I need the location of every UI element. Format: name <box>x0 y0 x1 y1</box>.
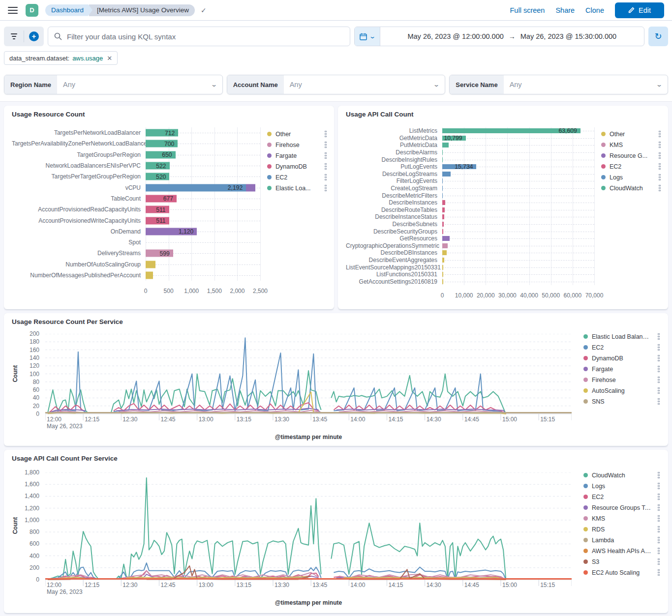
legend-actions-icon[interactable] <box>324 163 327 170</box>
legend-actions-icon[interactable] <box>657 344 660 351</box>
legend-item[interactable]: Firehose <box>583 376 660 383</box>
legend-item[interactable]: AutoScaling <box>583 387 660 394</box>
legend-actions-icon[interactable] <box>657 515 660 522</box>
legend-actions-icon[interactable] <box>657 493 660 500</box>
date-quick-select-button[interactable]: ⌄ <box>355 27 380 46</box>
legend-actions-icon[interactable] <box>658 174 661 181</box>
legend-item[interactable]: AWS Health APIs An... <box>583 547 660 555</box>
legend-actions-icon[interactable] <box>657 526 660 533</box>
legend-actions-icon[interactable] <box>324 152 327 159</box>
row-guide-line <box>442 253 594 253</box>
axis-tick-label: 180 <box>18 338 39 345</box>
legend-item[interactable]: DynamoDB <box>267 163 327 170</box>
legend-item[interactable]: EC2 Auto Scaling <box>583 569 660 576</box>
legend-actions-icon[interactable] <box>657 504 660 511</box>
legend-item[interactable]: RDS <box>583 526 660 533</box>
legend-item[interactable]: Logs <box>583 482 660 490</box>
legend-actions-icon[interactable] <box>658 184 661 192</box>
bar: 677 <box>146 195 177 202</box>
legend-actions-icon[interactable] <box>657 547 660 555</box>
filter-pill[interactable]: data_stream.dataset: aws.usage ✕ <box>4 51 118 65</box>
bar-category-label: ListEventSourceMappings20150331 <box>346 264 442 271</box>
axis-tick-label: 12:30 <box>122 416 137 423</box>
axis-tick-label: 1,500 <box>207 288 222 294</box>
legend-actions-icon[interactable] <box>658 130 661 138</box>
legend-item[interactable]: Elastic Loa... <box>267 184 327 192</box>
legend-actions-icon[interactable] <box>657 398 660 405</box>
legend-actions-icon[interactable] <box>324 184 327 192</box>
filter-options-button[interactable] <box>4 27 24 46</box>
bar-track: 700 <box>146 138 260 149</box>
legend-actions-icon[interactable] <box>657 558 660 565</box>
legend-item[interactable]: Fargate <box>267 152 327 159</box>
legend-item[interactable]: Other <box>267 130 327 138</box>
legend-item[interactable]: CloudWatch <box>583 471 660 479</box>
legend-actions-icon[interactable] <box>657 387 660 394</box>
legend-item[interactable]: KMS <box>583 515 660 522</box>
bar-track: 712 <box>146 127 260 138</box>
region-name-control[interactable]: Region Name Any ⌄ <box>4 75 223 94</box>
legend-actions-icon[interactable] <box>657 482 660 490</box>
legend-item[interactable]: Elastic Load Balancing <box>583 333 660 340</box>
legend-actions-icon[interactable] <box>657 536 660 544</box>
account-name-control[interactable]: Account Name Any ⌄ <box>227 75 446 94</box>
edit-button[interactable]: Edit <box>615 2 664 18</box>
service-name-control[interactable]: Service Name Any ⌄ <box>449 75 668 94</box>
legend-actions-icon[interactable] <box>657 569 660 576</box>
bar-row: DescribeSubnets <box>346 221 594 228</box>
kql-search-box[interactable] <box>48 27 350 46</box>
menu-hamburger-icon[interactable] <box>8 7 18 14</box>
legend-label: EC2 <box>610 163 652 170</box>
kql-search-input[interactable] <box>67 32 344 41</box>
close-icon[interactable]: ✕ <box>107 55 112 62</box>
legend-actions-icon[interactable] <box>658 152 661 159</box>
row-guide-line <box>442 152 594 153</box>
full-screen-link[interactable]: Full screen <box>510 6 545 14</box>
row-guide-line <box>146 264 260 265</box>
clone-link[interactable]: Clone <box>585 6 604 14</box>
axis-tick-label: 140 <box>18 354 39 361</box>
row-guide-line <box>442 274 594 275</box>
legend-item[interactable]: DynamoDB <box>583 354 660 362</box>
legend-item[interactable]: EC2 <box>583 344 660 351</box>
breadcrumb-dashboard[interactable]: Dashboard <box>45 4 92 16</box>
share-link[interactable]: Share <box>555 6 575 14</box>
legend-actions-icon[interactable] <box>657 365 660 373</box>
legend-item[interactable]: Fargate <box>583 365 660 373</box>
legend-item[interactable]: EC2 <box>583 493 660 500</box>
axis-tick-label: 1,200 <box>18 505 39 512</box>
legend-actions-icon[interactable] <box>657 471 660 479</box>
bar-track: 650 <box>146 149 260 160</box>
breadcrumb-current-page[interactable]: [Metrics AWS] Usage Overview <box>89 4 195 16</box>
legend-item[interactable]: CloudWatch <box>601 184 661 192</box>
refresh-button[interactable]: ↻ <box>648 27 668 46</box>
legend-label: AWS Health APIs An... <box>592 548 651 555</box>
legend-color-dot <box>583 356 588 360</box>
legend-actions-icon[interactable] <box>657 354 660 362</box>
legend-actions-icon[interactable] <box>324 174 327 181</box>
space-avatar[interactable]: D <box>26 4 38 17</box>
legend-item[interactable]: Resource Groups Ta... <box>583 504 660 511</box>
legend-item[interactable]: SNS <box>583 398 660 405</box>
legend-item[interactable]: Resource G... <box>601 152 661 159</box>
legend-item[interactable]: Logs <box>601 174 661 181</box>
legend-item[interactable]: S3 <box>583 558 660 565</box>
legend-actions-icon[interactable] <box>657 376 660 383</box>
legend-item[interactable]: EC2 <box>267 174 327 181</box>
bar: 2,192 <box>146 184 246 191</box>
legend-item[interactable]: Other <box>601 130 661 138</box>
legend-item[interactable]: Lambda <box>583 536 660 544</box>
legend-actions-icon[interactable] <box>658 163 661 170</box>
legend-actions-icon[interactable] <box>658 141 661 148</box>
date-range-start[interactable]: May 26, 2023 @ 12:00:00.000 <box>407 32 503 40</box>
legend-actions-icon[interactable] <box>324 130 327 138</box>
legend-item[interactable]: KMS <box>601 141 661 148</box>
legend-item[interactable]: EC2 <box>601 163 661 170</box>
bar-track <box>442 264 594 271</box>
legend-label: EC2 <box>592 344 651 351</box>
legend-actions-icon[interactable] <box>657 333 660 340</box>
date-range-end[interactable]: May 26, 2023 @ 15:30:00.000 <box>520 32 616 40</box>
add-filter-button[interactable]: + <box>24 27 44 46</box>
legend-actions-icon[interactable] <box>324 141 327 148</box>
legend-item[interactable]: Firehose <box>267 141 327 148</box>
